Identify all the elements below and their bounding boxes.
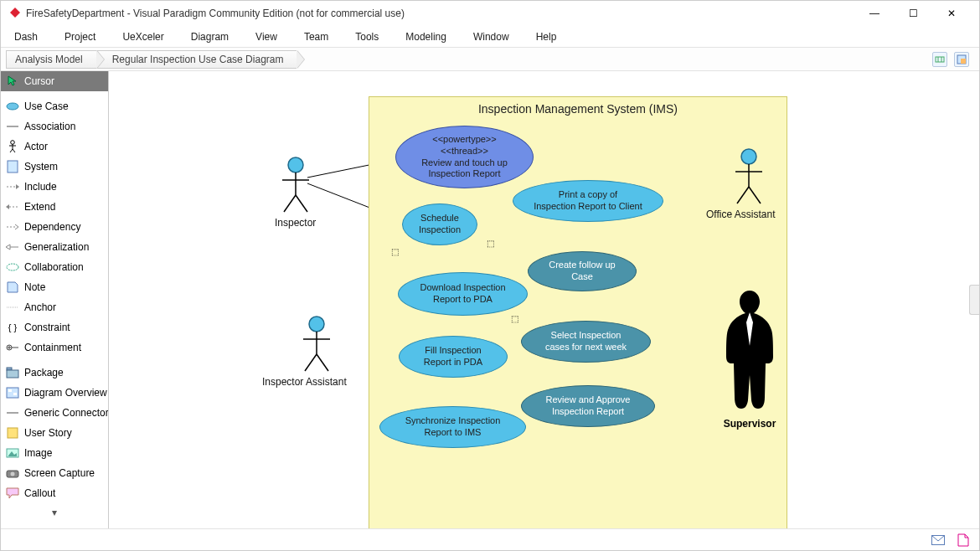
usecase-select-next-week[interactable]: Select Inspection cases for next week — [521, 321, 651, 363]
diagram-options-icon[interactable] — [954, 52, 969, 67]
menu-dash[interactable]: Dash — [9, 28, 51, 46]
svg-line-55 — [284, 195, 296, 212]
palette-label: Dependency — [24, 221, 80, 233]
palette-package[interactable]: Package — [1, 363, 108, 383]
usecase-fill-pda[interactable]: Fill Inspection Report in PDA — [399, 336, 508, 378]
palette-label: Anchor — [24, 301, 56, 313]
usecase-create-followup[interactable]: Create follow up Case — [528, 251, 637, 291]
palette-label: Cursor — [24, 75, 54, 87]
document-icon[interactable] — [956, 533, 971, 548]
palette-label: Constraint — [24, 322, 70, 333]
palette-collaboration[interactable]: Collaboration — [1, 257, 108, 277]
layout-icon[interactable] — [932, 52, 947, 67]
actor-inspector[interactable]: Inspector — [275, 155, 316, 229]
menu-view[interactable]: View — [242, 28, 291, 46]
palette-label: Collaboration — [24, 261, 84, 273]
menu-project[interactable]: Project — [51, 28, 109, 46]
generalization-icon — [6, 240, 19, 254]
palette-anchor[interactable]: Anchor — [1, 297, 108, 317]
menu-diagram[interactable]: Diagram — [178, 28, 242, 46]
anchor-icon — [6, 301, 19, 314]
menu-tools[interactable]: Tools — [342, 28, 392, 46]
svg-point-57 — [309, 317, 324, 332]
palette-label: Association — [24, 121, 75, 132]
palette-label: Containment — [24, 342, 81, 353]
palette-constraint[interactable]: { } Constraint — [1, 317, 108, 337]
palette-association[interactable]: Association — [1, 116, 108, 136]
actor-supervisor-label: Supervisor — [716, 418, 783, 430]
menu-modeling[interactable]: Modeling — [392, 28, 460, 46]
menu-help[interactable]: Help — [523, 28, 570, 46]
palette-include[interactable]: Include — [1, 177, 108, 197]
association-icon — [6, 120, 19, 133]
screen-capture-icon — [6, 466, 19, 480]
diagram-overview-icon — [6, 386, 19, 399]
actor-label: Inspector — [275, 217, 316, 229]
palette-containment[interactable]: Containment — [1, 337, 108, 358]
minimize-button[interactable]: — — [855, 1, 894, 26]
palette-label: Generalization — [24, 241, 89, 253]
palette-generic-connector[interactable]: Generic Connector — [1, 403, 108, 423]
diagram-canvas[interactable]: Inspection Management System (IMS) <<pow… — [109, 71, 979, 528]
palette-label: Include — [24, 181, 57, 193]
palette-actor[interactable]: Actor — [1, 136, 108, 157]
palette-label: Extend — [24, 201, 55, 213]
palette-label: Use Case — [24, 100, 69, 112]
svg-line-61 — [317, 354, 328, 371]
vertical-scrollbar[interactable] — [969, 285, 979, 315]
canvas-inner: Inspection Management System (IMS) <<pow… — [109, 71, 979, 528]
palette-generalization[interactable]: Generalization — [1, 237, 108, 257]
note-icon — [6, 281, 19, 294]
maximize-button[interactable]: ☐ — [894, 1, 932, 26]
svg-rect-14 — [8, 161, 18, 173]
menubar: Dash Project UeXceler Diagram View Team … — [1, 26, 979, 48]
usecase-sync-ims[interactable]: Synchronize Inspection Report to IMS — [379, 406, 526, 448]
palette-system[interactable]: System — [1, 157, 108, 177]
usecase-schedule[interactable]: Schedule Inspection — [402, 203, 477, 245]
breadcrumb-analysis-model[interactable]: Analysis Model — [6, 50, 96, 69]
svg-point-7 — [7, 103, 18, 110]
usecase-review-approve[interactable]: Review and Approve Inspection Report — [521, 385, 655, 427]
svg-point-22 — [7, 264, 18, 270]
palette-label: User Story — [24, 427, 72, 439]
palette-label: Diagram Overview — [24, 387, 107, 399]
svg-line-56 — [296, 195, 307, 212]
palette-screen-capture[interactable]: Screen Capture — [1, 463, 108, 483]
menu-uexceler[interactable]: UeXceler — [109, 28, 177, 46]
breadcrumb-use-case-diagram[interactable]: Regular Inspection Use Case Diagram — [96, 50, 297, 69]
actor-supervisor[interactable] — [712, 287, 787, 413]
usecase-download-pda[interactable]: Download Inspection Report to PDA — [398, 272, 528, 316]
palette-dependency[interactable]: Dependency — [1, 217, 108, 237]
cursor-marker-icon: ⬚ — [391, 247, 400, 257]
tool-palette: Cursor Use Case Association Actor System — [1, 71, 109, 528]
svg-line-60 — [305, 354, 317, 371]
svg-line-65 — [737, 187, 749, 203]
extend-icon — [6, 200, 19, 214]
palette-image[interactable]: Image — [1, 443, 108, 463]
actor-inspector-assistant[interactable]: Inspector Assistant — [287, 314, 347, 388]
mail-icon[interactable] — [931, 533, 946, 548]
palette-usecase[interactable]: Use Case — [1, 96, 108, 116]
generic-connector-icon — [6, 406, 19, 420]
palette-label: Actor — [24, 141, 48, 152]
palette-extend[interactable]: Extend — [1, 197, 108, 217]
palette-diagram-overview[interactable]: Diagram Overview — [1, 383, 108, 403]
menu-team[interactable]: Team — [291, 28, 342, 46]
palette-note[interactable]: Note — [1, 277, 108, 297]
window-controls: — ☐ ✕ — [855, 1, 971, 26]
svg-point-62 — [741, 149, 756, 164]
palette-user-story[interactable]: User Story — [1, 423, 108, 443]
menu-window[interactable]: Window — [460, 28, 523, 46]
palette-label: Package — [24, 367, 64, 378]
palette-cursor[interactable]: Cursor — [1, 71, 108, 91]
usecase-print-copy[interactable]: Print a copy of Inspection Report to Cli… — [513, 180, 663, 222]
palette-label: Screen Capture — [24, 467, 95, 479]
svg-rect-30 — [7, 370, 18, 378]
actor-office-assistant[interactable]: Office Assistant — [723, 147, 775, 220]
palette-more-button[interactable]: ▾ — [1, 503, 108, 522]
usecase-review-touch-up[interactable]: <<powertype>> <<thread>> Review and touc… — [395, 126, 534, 188]
include-icon — [6, 180, 19, 193]
svg-line-66 — [749, 187, 761, 203]
close-button[interactable]: ✕ — [932, 1, 971, 26]
palette-callout[interactable]: Callout — [1, 483, 108, 503]
